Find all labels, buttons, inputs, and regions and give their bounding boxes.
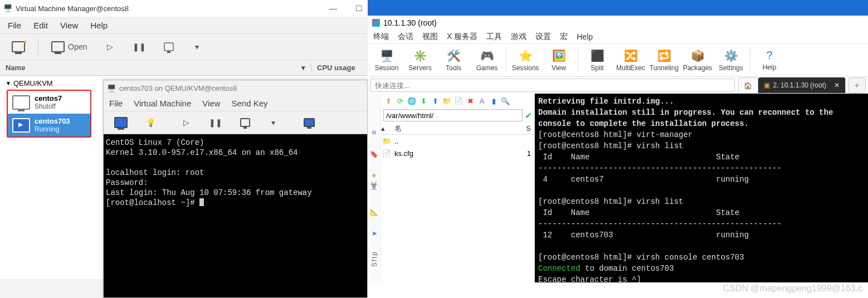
shutdown-menu-dropdown[interactable]: ▾ (187, 37, 207, 57)
menu-virtual-machine[interactable]: Virtual Machine (134, 99, 191, 108)
tool-session[interactable]: 🖥️Session (370, 45, 403, 76)
moba-body: « 🔖 ★ 工具 📐 ➤ Sftp ⬆ ⟳ 🌐 ⬇ ⬆ 📁 📄 ✖ (368, 94, 868, 282)
split-icon: ⬛ (591, 49, 604, 62)
fullscreen-button[interactable] (299, 113, 320, 133)
newfolder-icon[interactable]: 📁 (442, 97, 452, 105)
send-icon[interactable]: ➤ (372, 229, 377, 237)
vmm-column-headers: Name▾ CPU usage (0, 60, 401, 76)
star-icon[interactable]: ★ (371, 172, 377, 179)
session-icon: 🖥️ (380, 49, 394, 62)
shutdown-dropdown[interactable]: ▾ (263, 113, 283, 133)
menu-help[interactable]: Help (90, 21, 108, 30)
ssh-terminal[interactable]: Retrieving file initrd.img... Domain ins… (535, 94, 868, 282)
tool-settings[interactable]: ⚙️Settings (714, 45, 748, 76)
vmcon-toolbar: 💡 ▷ ❚❚ ▾ (104, 111, 367, 134)
open-button[interactable]: Open (46, 37, 92, 57)
moba-titlebar: 10.1.1.30 (root) (368, 16, 868, 30)
vmcon-title: centos703 on QEMU/KVM@centos8 (119, 84, 237, 92)
tool-servers[interactable]: ✳️Servers (403, 45, 437, 76)
sftp-col-name[interactable]: 名 (392, 124, 521, 134)
newfile-icon[interactable]: 📄 (453, 97, 464, 105)
tool-games[interactable]: 🎮Games (470, 45, 504, 76)
tab-session-1[interactable]: ▣ 2. 10.1.1.30 (root) ✕ (758, 77, 846, 93)
sort-toggle-icon[interactable]: ▴ (381, 124, 392, 133)
pause-button[interactable]: ❚❚ (128, 37, 151, 57)
console-button[interactable] (109, 113, 133, 133)
tab-close-icon[interactable]: ✕ (834, 81, 840, 89)
new-vm-button[interactable] (7, 37, 30, 57)
menu-settings[interactable]: 设置 (535, 32, 551, 42)
vm-console-terminal[interactable]: CentOS Linux 7 (Core) Kernel 3.10.0-957.… (104, 134, 367, 297)
column-name[interactable]: Name▾ (0, 63, 311, 72)
rename-icon[interactable]: A (477, 97, 487, 105)
play-button[interactable]: ▷ (100, 37, 120, 57)
sftp-main: ⬆ ⟳ 🌐 ⬇ ⬆ 📁 📄 ✖ A ▮ 🔍 ✔ ▴ (381, 94, 534, 282)
expand-arrow-icon[interactable]: ▼ (6, 80, 11, 86)
upload-icon[interactable]: ⬆ (430, 97, 440, 105)
tool-view[interactable]: 🖼️View (542, 45, 576, 76)
bookmark-icon[interactable]: 🔖 (370, 150, 378, 158)
moba-toolbar: 🖥️Session ✳️Servers 🛠️Tools 🎮Games ⭐Sess… (368, 43, 868, 77)
up-icon[interactable]: ⬆ (383, 97, 393, 105)
refresh-icon[interactable]: ⟳ (395, 97, 405, 105)
monitor-running-icon (12, 118, 30, 133)
menu-file[interactable]: File (109, 99, 123, 108)
tab-new[interactable]: ＋ (848, 77, 866, 93)
delete-icon[interactable]: ✖ (465, 97, 475, 105)
collapse-icon[interactable]: « (372, 127, 377, 137)
path-ok-icon[interactable]: ✔ (525, 110, 532, 121)
sftp-row-parent[interactable]: 📁 .. (381, 135, 534, 147)
shutdown-button[interactable] (159, 37, 179, 57)
pause-button[interactable]: ❚❚ (204, 113, 227, 133)
play-button[interactable]: ▷ (176, 113, 196, 133)
sftp-header: ▴ 名 S (381, 123, 534, 135)
sftp-col-size[interactable]: S (521, 124, 534, 133)
menu-file[interactable]: File (8, 21, 21, 30)
menu-macro[interactable]: 宏 (560, 32, 568, 42)
macro-icon[interactable]: 📐 (370, 208, 378, 216)
home-icon: 🏠 (744, 82, 752, 90)
vm-row-centos7[interactable]: centos7 Shutoff (8, 91, 90, 114)
menu-view[interactable]: 视图 (422, 32, 438, 42)
tool-tunneling[interactable]: 🔁Tunneling (647, 45, 681, 76)
globe-icon[interactable]: 🌐 (407, 97, 417, 105)
details-button[interactable]: 💡 (140, 113, 160, 133)
tool-sessions[interactable]: ⭐Sessions (509, 45, 542, 76)
vm-row-centos703[interactable]: centos703 Running (8, 114, 90, 136)
permissions-icon[interactable]: ▮ (489, 97, 499, 105)
watermark-text: CSDN @mapengpeng1999@163.c (723, 284, 862, 294)
sftp-row-kscfg[interactable]: 📄 ks.cfg 1 (381, 147, 534, 159)
menu-session[interactable]: 会话 (398, 32, 413, 42)
toolbar-separator (38, 38, 38, 55)
vmm-app-icon: 🖥️ (3, 4, 12, 13)
tool-split[interactable]: ⬛Split (581, 45, 614, 76)
download-icon[interactable]: ⬇ (418, 97, 428, 105)
menu-help[interactable]: Help (577, 32, 593, 41)
minimize-button[interactable]: ― (320, 0, 346, 17)
tool-packages[interactable]: 📦Packages (681, 45, 714, 76)
vm-state: Running (35, 125, 70, 133)
quick-connect-input[interactable] (370, 79, 735, 92)
sftp-vertical-label[interactable]: Sftp (370, 251, 378, 267)
menu-edit[interactable]: Edit (33, 21, 48, 30)
separator (578, 48, 578, 72)
sidebar-tools-label[interactable]: 工具 (369, 193, 379, 195)
vmm-menubar: File Edit View Help (0, 17, 401, 33)
menu-games[interactable]: 游戏 (511, 32, 526, 42)
menu-tools[interactable]: 工具 (486, 32, 502, 42)
vmcon-menubar: File Virtual Machine View Send Key (104, 95, 367, 111)
menu-view[interactable]: View (202, 99, 220, 108)
search-icon[interactable]: 🔍 (500, 97, 510, 105)
file-name: .. (392, 137, 521, 145)
tool-help[interactable]: ?Help (753, 45, 786, 76)
shutdown-button[interactable] (235, 113, 255, 133)
sftp-path-input[interactable] (383, 109, 523, 121)
menu-send-key[interactable]: Send Key (232, 99, 268, 108)
tool-multiexec[interactable]: 🔀MultiExec (614, 45, 647, 76)
menu-xserver[interactable]: X 服务器 (447, 32, 477, 42)
tool-tools[interactable]: 🛠️Tools (437, 45, 470, 76)
tab-home[interactable]: 🏠 (738, 77, 758, 93)
quick-connect-bar: 🏠 ▣ 2. 10.1.1.30 (root) ✕ ＋ (368, 77, 868, 94)
menu-view[interactable]: View (60, 21, 78, 30)
menu-terminal[interactable]: 终端 (373, 32, 389, 42)
